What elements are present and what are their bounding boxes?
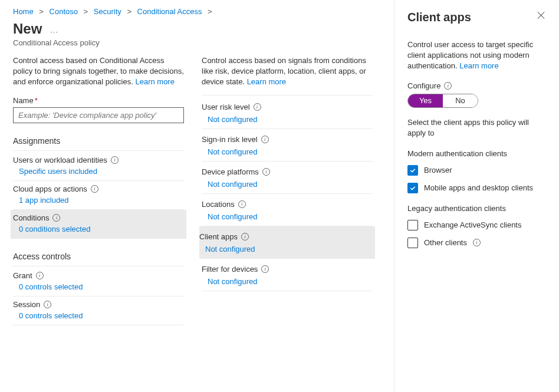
learn-more-link[interactable]: Learn more xyxy=(135,77,174,86)
client-apps-row[interactable]: Client apps Not configured xyxy=(199,226,375,259)
signin-risk-value[interactable]: Not configured xyxy=(202,144,373,161)
legacy-clients-header: Legacy authentication clients xyxy=(407,204,546,213)
info-icon[interactable] xyxy=(473,239,481,246)
chevron-right-icon: > xyxy=(39,7,44,16)
modern-clients-header: Modern authentication clients xyxy=(407,149,546,158)
locations-value[interactable]: Not configured xyxy=(202,209,373,226)
policy-column: Control access based on Conditional Acce… xyxy=(13,55,184,325)
conditions-column: Control access based on signals from con… xyxy=(202,55,373,325)
other-clients-label: Other clients xyxy=(424,238,467,247)
breadcrumb-security[interactable]: Security xyxy=(94,7,121,16)
other-clients-checkbox-row[interactable]: Other clients xyxy=(407,238,546,248)
session-value[interactable]: 0 controls selected xyxy=(13,309,184,324)
grant-label: Grant xyxy=(13,271,32,280)
info-icon[interactable] xyxy=(91,185,98,193)
browser-label: Browser xyxy=(424,166,452,174)
info-icon[interactable] xyxy=(52,214,60,222)
policy-intro: Control access based on Conditional Acce… xyxy=(13,55,184,88)
conditions-intro: Control access based on signals from con… xyxy=(202,55,373,88)
close-icon[interactable] xyxy=(537,11,546,20)
configure-label-text: Configure xyxy=(407,81,440,90)
filter-devices-value[interactable]: Not configured xyxy=(202,274,373,291)
info-icon[interactable] xyxy=(261,265,269,273)
info-icon[interactable] xyxy=(44,301,51,308)
grant-row[interactable]: Grant 0 controls selected xyxy=(13,268,184,297)
conditions-value[interactable]: 0 conditions selected xyxy=(13,222,184,237)
session-row[interactable]: Session 0 controls selected xyxy=(13,297,184,325)
eas-checkbox-row[interactable]: Exchange ActiveSync clients xyxy=(407,220,546,230)
assignments-header: Assignments xyxy=(13,136,184,148)
info-icon[interactable] xyxy=(241,233,249,241)
info-icon[interactable] xyxy=(262,168,270,176)
user-risk-label: User risk level xyxy=(202,103,250,111)
access-controls-header: Access controls xyxy=(13,252,184,263)
mobile-apps-checkbox-row[interactable]: Mobile apps and desktop clients xyxy=(407,183,546,193)
panel-title: Client apps xyxy=(407,11,471,24)
page-title: New xyxy=(13,21,42,37)
name-input[interactable] xyxy=(13,107,184,123)
info-icon[interactable] xyxy=(111,156,119,164)
locations-row[interactable]: Locations Not configured xyxy=(202,194,373,226)
learn-more-link[interactable]: Learn more xyxy=(459,61,498,70)
device-platforms-row[interactable]: Device platforms Not configured xyxy=(202,162,373,194)
more-icon[interactable]: ··· xyxy=(50,27,58,36)
filter-devices-row[interactable]: Filter for devices Not configured xyxy=(202,259,373,291)
device-platforms-label: Device platforms xyxy=(202,167,259,176)
chevron-right-icon: > xyxy=(127,7,131,16)
configure-toggle[interactable]: Yes No xyxy=(407,94,478,108)
conditions-label: Conditions xyxy=(13,213,49,222)
cloud-apps-label: Cloud apps or actions xyxy=(13,185,87,193)
eas-label: Exchange ActiveSync clients xyxy=(424,220,521,229)
chevron-right-icon: > xyxy=(84,7,88,16)
breadcrumb-contoso[interactable]: Contoso xyxy=(50,7,78,16)
cloud-apps-row[interactable]: Cloud apps or actions 1 app included xyxy=(13,181,184,210)
info-icon[interactable] xyxy=(238,200,246,208)
mobile-apps-label: Mobile apps and desktop clients xyxy=(424,183,533,192)
name-label: Name* xyxy=(13,96,184,105)
filter-devices-label: Filter for devices xyxy=(202,265,258,274)
breadcrumb-conditional-access[interactable]: Conditional Access xyxy=(137,7,202,16)
browser-checkbox-row[interactable]: Browser xyxy=(407,165,546,176)
device-platforms-value[interactable]: Not configured xyxy=(202,176,373,193)
panel-intro: Control user access to target specific c… xyxy=(407,39,546,72)
session-label: Session xyxy=(13,300,40,309)
user-risk-row[interactable]: User risk level Not configured xyxy=(202,97,373,129)
signin-risk-label: Sign-in risk level xyxy=(202,135,258,144)
configure-label: Configure xyxy=(407,81,546,90)
required-icon: * xyxy=(35,96,38,105)
checkbox-icon[interactable] xyxy=(407,183,418,193)
info-icon[interactable] xyxy=(261,136,269,143)
signin-risk-row[interactable]: Sign-in risk level Not configured xyxy=(202,129,373,162)
learn-more-link[interactable]: Learn more xyxy=(247,77,286,86)
grant-value[interactable]: 0 controls selected xyxy=(13,280,184,295)
users-value[interactable]: Specific users included xyxy=(13,164,184,179)
users-row[interactable]: Users or workload identities Specific us… xyxy=(13,152,184,181)
checkbox-icon[interactable] xyxy=(407,220,418,230)
users-label: Users or workload identities xyxy=(13,156,107,164)
client-apps-value[interactable]: Not configured xyxy=(199,241,375,258)
cloud-apps-value[interactable]: 1 app included xyxy=(13,193,184,208)
conditions-row[interactable]: Conditions 0 conditions selected xyxy=(11,210,186,239)
client-apps-label: Client apps xyxy=(199,232,238,241)
toggle-yes[interactable]: Yes xyxy=(408,94,443,107)
user-risk-value[interactable]: Not configured xyxy=(202,111,373,129)
checkbox-icon[interactable] xyxy=(407,165,418,176)
name-label-text: Name xyxy=(13,96,34,105)
checkbox-icon[interactable] xyxy=(407,238,418,248)
breadcrumb-home[interactable]: Home xyxy=(13,7,34,16)
info-icon[interactable] xyxy=(254,103,261,111)
select-apps-text: Select the client apps this policy will … xyxy=(407,117,546,139)
toggle-no[interactable]: No xyxy=(443,94,478,107)
info-icon[interactable] xyxy=(36,272,44,279)
chevron-right-icon: > xyxy=(208,7,212,16)
info-icon[interactable] xyxy=(444,82,452,90)
locations-label: Locations xyxy=(202,200,235,209)
client-apps-panel: Client apps Control user access to targe… xyxy=(394,0,559,392)
